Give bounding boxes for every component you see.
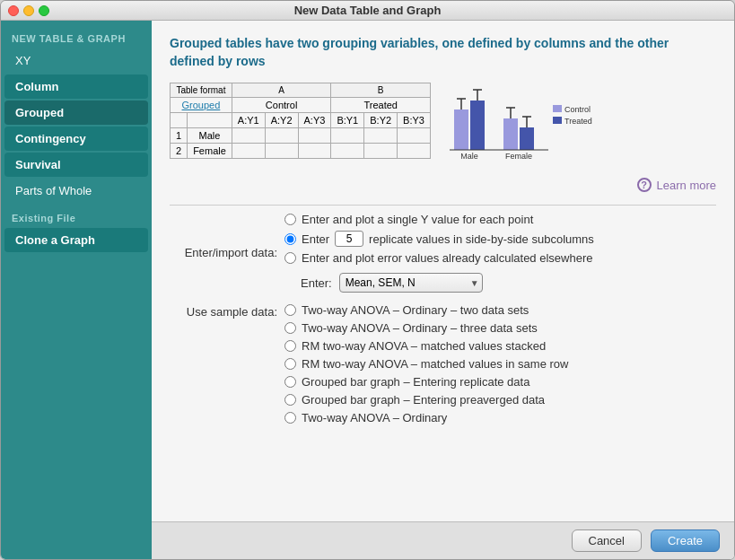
use-sample-label: Use sample data:: [170, 303, 277, 424]
male-x-label: Male: [460, 152, 478, 161]
sample-radio-4[interactable]: [284, 376, 296, 388]
sidebar-item-parts-whole[interactable]: Parts of Whole: [4, 179, 148, 203]
sidebar-item-column[interactable]: Column: [4, 74, 148, 99]
control-label: Control: [232, 98, 331, 113]
by2-header: B:Y2: [364, 113, 398, 128]
radio-replicate-input[interactable]: [284, 233, 296, 245]
radio-single-y[interactable]: Enter and plot a single Y value for each…: [284, 213, 594, 226]
create-button[interactable]: Create: [651, 529, 720, 552]
bar-male-control: [454, 109, 468, 150]
by1-header: B:Y1: [331, 113, 364, 128]
row1-name: Male: [188, 128, 232, 144]
sidebar-header: NEW TABLE & GRAPH: [1, 28, 152, 48]
sample-radio-0[interactable]: [284, 304, 296, 316]
sidebar-item-survival[interactable]: Survival: [4, 153, 148, 177]
sidebar: NEW TABLE & GRAPH XY Column Grouped Cont…: [1, 21, 152, 559]
radio-error-input[interactable]: [284, 252, 296, 264]
sample-radio-5[interactable]: [284, 394, 296, 406]
replicate-count-input[interactable]: [335, 231, 363, 247]
window-title: New Data Table and Graph: [294, 4, 442, 17]
sidebar-item-xy[interactable]: XY: [4, 48, 148, 73]
sample-option-4[interactable]: Grouped bar graph – Entering replicate d…: [284, 375, 568, 389]
sample-option-2[interactable]: RM two-way ANOVA – matched values stacke…: [284, 339, 568, 353]
sample-radio-3[interactable]: [284, 358, 296, 370]
enter-row: Enter: Mean, SEM, N Mean, SD, N Mean, CV…: [301, 273, 594, 293]
by3-header: B:Y3: [398, 113, 431, 128]
sample-radio-6[interactable]: [284, 412, 296, 424]
sample-option-0[interactable]: Two-way ANOVA – Ordinary – two data sets: [284, 303, 568, 317]
bar-female-control: [503, 118, 518, 150]
sample-data-section: Use sample data: Two-way ANOVA – Ordinar…: [170, 303, 716, 424]
enter-select-wrapper: Mean, SEM, N Mean, SD, N Mean, CV, N Mea…: [339, 273, 483, 293]
grouped-link[interactable]: Grouped: [171, 98, 232, 113]
sidebar-item-grouped[interactable]: Grouped: [4, 101, 148, 125]
enter-import-label: Enter/import data:: [170, 246, 277, 259]
legend-treated-text: Treated: [564, 117, 592, 126]
radio-single-y-input[interactable]: [284, 214, 296, 225]
sample-option-1[interactable]: Two-way ANOVA – Ordinary – three data se…: [284, 321, 568, 335]
legend-control-box: [553, 105, 562, 112]
data-entry-section: Enter/import data: Enter and plot a sing…: [170, 213, 716, 293]
treated-label: Treated: [331, 98, 431, 113]
col-b-header: B: [331, 83, 431, 98]
sidebar-item-clone[interactable]: Clone a Graph: [4, 228, 148, 252]
bar-chart: Male Female Control Treated: [445, 83, 625, 163]
section-divider: [170, 205, 716, 206]
maximize-button[interactable]: [39, 5, 49, 16]
legend-treated-box: [553, 117, 562, 124]
minimize-button[interactable]: [23, 5, 34, 16]
existing-file-label: Existing File: [1, 204, 152, 227]
sample-option-6[interactable]: Two-way ANOVA – Ordinary: [284, 411, 568, 424]
sample-radio-1[interactable]: [284, 322, 296, 334]
traffic-lights: [8, 5, 49, 16]
bar-male-treated: [470, 101, 485, 150]
titlebar: New Data Table and Graph: [1, 1, 734, 21]
table-preview: Table format A B Grouped Control Treated: [170, 83, 431, 167]
radio-options-stack: Enter and plot a single Y value for each…: [284, 213, 594, 293]
enter-select[interactable]: Mean, SEM, N Mean, SD, N Mean, CV, N Mea…: [339, 273, 483, 293]
legend-control-text: Control: [564, 105, 591, 114]
learn-more-row: ? Learn more: [170, 178, 716, 192]
female-x-label: Female: [505, 152, 532, 161]
col-a-header: A: [232, 83, 331, 98]
main-window: New Data Table and Graph NEW TABLE & GRA…: [0, 0, 735, 560]
help-icon[interactable]: ?: [637, 178, 652, 192]
row1-num: 1: [171, 128, 188, 144]
sample-option-3[interactable]: RM two-way ANOVA – matched values in sam…: [284, 357, 568, 371]
learn-more-link[interactable]: Learn more: [657, 179, 716, 192]
bar-female-treated: [520, 127, 534, 150]
radio-error-values[interactable]: Enter and plot error values already calc…: [284, 251, 594, 265]
content-area: Grouped tables have two grouping variabl…: [152, 21, 734, 559]
ay1-header: A:Y1: [232, 113, 265, 128]
enter-import-row: Enter/import data: Enter and plot a sing…: [170, 213, 716, 293]
table-format-label: Table format: [171, 83, 232, 98]
ay3-header: A:Y3: [298, 113, 331, 128]
page-heading: Grouped tables have two grouping variabl…: [170, 35, 716, 70]
bottom-bar: Cancel Create: [152, 521, 734, 559]
main-content: NEW TABLE & GRAPH XY Column Grouped Cont…: [1, 21, 734, 559]
enter-label: Enter:: [301, 276, 332, 290]
sample-option-5[interactable]: Grouped bar graph – Entering preaverged …: [284, 393, 568, 407]
content-inner: Grouped tables have two grouping variabl…: [152, 21, 734, 521]
sidebar-item-contingency[interactable]: Contingency: [4, 127, 148, 151]
chart-preview: Male Female Control Treated: [445, 83, 716, 167]
row2-num: 2: [171, 144, 188, 159]
preview-section: Table format A B Grouped Control Treated: [170, 83, 716, 167]
ay2-header: A:Y2: [265, 113, 298, 128]
close-button[interactable]: [8, 5, 19, 16]
row2-name: Female: [188, 144, 232, 159]
radio-replicate[interactable]: Enter replicate values in side-by-side s…: [284, 231, 594, 247]
cancel-button[interactable]: Cancel: [572, 529, 642, 552]
sample-data-options: Two-way ANOVA – Ordinary – two data sets…: [284, 303, 568, 424]
sample-radio-2[interactable]: [284, 340, 296, 352]
